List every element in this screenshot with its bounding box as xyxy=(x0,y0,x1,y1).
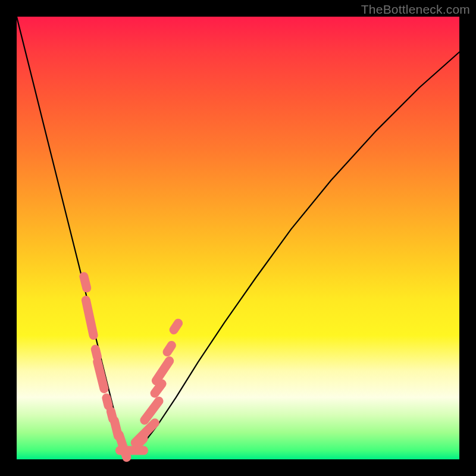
marker-capsule xyxy=(167,345,171,352)
chart-svg xyxy=(17,17,459,459)
marker-capsule xyxy=(95,349,97,357)
marker-capsule xyxy=(86,300,93,336)
marker-layer xyxy=(84,277,178,458)
marker-capsule xyxy=(174,323,178,330)
bottleneck-curve xyxy=(17,17,459,450)
marker-capsule xyxy=(145,401,159,420)
watermark-text: TheBottleneck.com xyxy=(361,2,470,17)
marker-capsule xyxy=(107,398,108,406)
marker-capsule xyxy=(156,361,169,381)
chart-frame: TheBottleneck.com xyxy=(0,0,476,476)
plot-area xyxy=(17,17,459,459)
marker-capsule xyxy=(84,277,87,288)
